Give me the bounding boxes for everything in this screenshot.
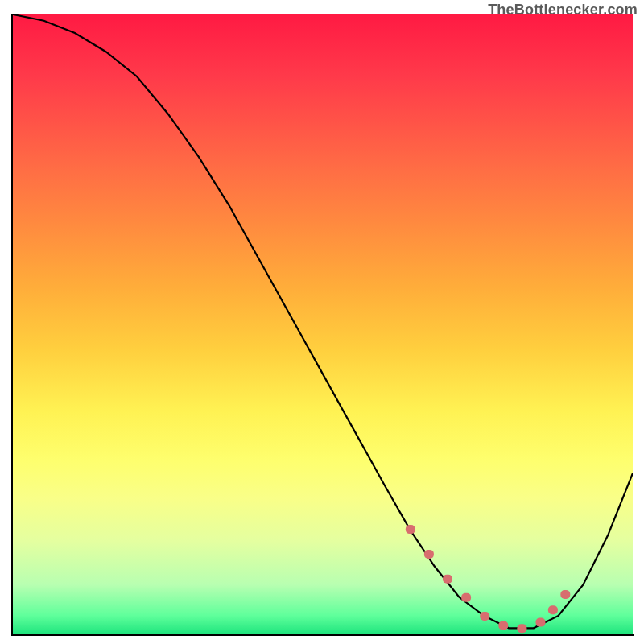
y-axis-line <box>11 14 13 636</box>
x-axis-line <box>11 634 634 636</box>
watermark-text: TheBottlenecker.com <box>488 2 638 19</box>
chart-container: TheBottlenecker.com <box>0 0 644 644</box>
plot-background-gradient <box>13 14 633 634</box>
